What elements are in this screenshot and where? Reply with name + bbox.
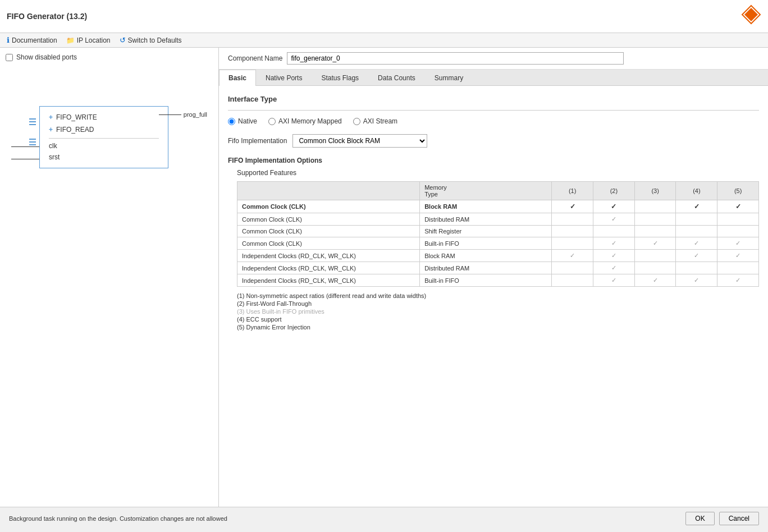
col-header-4: (4) — [676, 182, 717, 200]
radio-axi-stream-input[interactable] — [353, 118, 360, 125]
fifo-read-label: FIFO_READ — [56, 126, 94, 134]
clk-port: clk — [49, 138, 159, 150]
signal-line-3 — [29, 124, 36, 125]
info-icon: ℹ — [7, 36, 10, 44]
read-signal-lines — [29, 139, 36, 145]
col-header-1: (1) — [552, 182, 593, 200]
tab-native-ports[interactable]: Native Ports — [256, 70, 312, 86]
c2-col: ✓ — [593, 250, 634, 262]
tab-summary[interactable]: Summary — [425, 70, 473, 86]
table-row: Common Clock (CLK) Shift Register — [237, 226, 759, 237]
logo-svg — [741, 4, 761, 25]
c4-col — [676, 226, 717, 237]
radio-native-label: Native — [238, 117, 257, 125]
documentation-label: Documentation — [12, 36, 57, 44]
signal-line-6 — [29, 144, 36, 145]
c1-col: ✓ — [552, 250, 593, 262]
plus-icon-write: + — [49, 113, 53, 121]
show-disabled-checkbox[interactable] — [6, 54, 13, 61]
c5-col — [717, 213, 759, 226]
table-row: Independent Clocks (RD_CLK, WR_CLK) Buil… — [237, 274, 759, 287]
radio-axi-mm-input[interactable] — [268, 118, 276, 125]
app-title: FIFO Generator (13.2) — [7, 12, 87, 21]
cancel-button[interactable]: Cancel — [719, 512, 759, 525]
memory-col: Built-in FIFO — [420, 237, 552, 250]
c4-col: ✓ — [676, 250, 717, 262]
c3-col — [634, 226, 676, 237]
show-disabled-row: Show disabled ports — [6, 53, 213, 61]
memory-col: Built-in FIFO — [420, 274, 552, 287]
c4-col: ✓ — [676, 274, 717, 287]
table-row: Common Clock (CLK) Block RAM ✓ ✓ ✓ ✓ — [237, 200, 759, 213]
component-name-label: Component Name — [228, 54, 282, 62]
c5-col: ✓ — [717, 237, 759, 250]
table-row: Independent Clocks (RD_CLK, WR_CLK) Dist… — [237, 262, 759, 274]
c4-col — [676, 213, 717, 226]
fifo-diagram: + FIFO_WRITE + FIFO_READ clk srst prog_ — [39, 106, 213, 168]
c1-col: ✓ — [552, 200, 593, 213]
refresh-icon: ↺ — [120, 36, 126, 44]
tab-data-counts[interactable]: Data Counts — [368, 70, 425, 86]
prog-full-label: prog_full — [184, 111, 207, 118]
bottom-status: Background task running on the design. C… — [9, 515, 227, 522]
memory-col: Block RAM — [420, 200, 552, 213]
c1-col — [552, 226, 593, 237]
radio-native[interactable]: Native — [228, 117, 257, 125]
tab-status-flags[interactable]: Status Flags — [312, 70, 368, 86]
clock-col: Common Clock (CLK) — [237, 226, 420, 237]
supported-features-label: Supported Features — [237, 169, 759, 177]
switch-defaults-button[interactable]: ↺ Switch to Defaults — [120, 36, 182, 44]
fifo-write-port: + FIFO_WRITE — [49, 113, 159, 121]
tab-basic[interactable]: Basic — [219, 70, 256, 86]
radio-axi-memory-mapped[interactable]: AXI Memory Mapped — [268, 117, 342, 125]
show-disabled-label: Show disabled ports — [16, 53, 77, 61]
footnote-1: (1) Non-symmetric aspect ratios (differe… — [237, 292, 759, 299]
left-panel: Show disabled ports + FIFO_WRITE — [0, 48, 219, 507]
footnote-4: (4) ECC support — [237, 316, 759, 323]
ok-button[interactable]: OK — [685, 512, 714, 525]
title-bar: FIFO Generator (13.2) — [0, 0, 768, 33]
signal-line-1 — [29, 118, 36, 120]
c2-col: ✓ — [593, 237, 634, 250]
c5-col: ✓ — [717, 274, 759, 287]
xilinx-logo — [741, 4, 761, 28]
clock-col: Independent Clocks (RD_CLK, WR_CLK) — [237, 250, 420, 262]
col-header-memory: MemoryType — [420, 182, 552, 200]
c4-col: ✓ — [676, 237, 717, 250]
switch-defaults-label: Switch to Defaults — [128, 36, 182, 44]
plus-icon-read: + — [49, 126, 53, 134]
interface-type-radio-group: Native AXI Memory Mapped AXI Stream — [228, 117, 759, 125]
radio-axi-stream[interactable]: AXI Stream — [353, 117, 397, 125]
clock-col: Common Clock (CLK) — [237, 237, 420, 250]
c2-col: ✓ — [593, 274, 634, 287]
toolbar: ℹ Documentation 📁 IP Location ↺ Switch t… — [0, 33, 768, 48]
memory-col: Distributed RAM — [420, 213, 552, 226]
c3-col — [634, 250, 676, 262]
radio-native-input[interactable] — [228, 118, 235, 125]
ip-location-button[interactable]: 📁 IP Location — [66, 36, 111, 44]
fifo-write-label: FIFO_WRITE — [56, 113, 97, 121]
clock-col: Common Clock (CLK) — [237, 200, 420, 213]
col-header-5: (5) — [717, 182, 759, 200]
c5-col — [717, 262, 759, 274]
component-name-input[interactable] — [287, 52, 624, 65]
footnotes: (1) Non-symmetric aspect ratios (differe… — [237, 292, 759, 331]
footnote-5: (5) Dynamic Error Injection — [237, 324, 759, 331]
ip-location-label: IP Location — [77, 36, 111, 44]
divider-1 — [228, 110, 759, 111]
tabs-row: Basic Native Ports Status Flags Data Cou… — [219, 70, 768, 86]
fifo-impl-select[interactable]: Common Clock Block RAM Common Clock Dist… — [292, 134, 427, 148]
features-table: MemoryType (1) (2) (3) (4) (5) Common Cl… — [237, 181, 759, 287]
srst-label: srst — [49, 153, 60, 161]
c4-col: ✓ — [676, 200, 717, 213]
col-header-3: (3) — [634, 182, 676, 200]
c1-col — [552, 213, 593, 226]
tab-content-basic: Interface Type Native AXI Memory Mapped … — [219, 86, 768, 507]
fifo-impl-label: Fifo Implementation — [228, 137, 287, 145]
documentation-button[interactable]: ℹ Documentation — [7, 36, 57, 44]
clk-wire — [11, 146, 39, 147]
radio-axi-mm-label: AXI Memory Mapped — [278, 117, 342, 125]
bottom-bar: Background task running on the design. C… — [0, 507, 768, 529]
table-row: Independent Clocks (RD_CLK, WR_CLK) Bloc… — [237, 250, 759, 262]
clock-col: Independent Clocks (RD_CLK, WR_CLK) — [237, 274, 420, 287]
